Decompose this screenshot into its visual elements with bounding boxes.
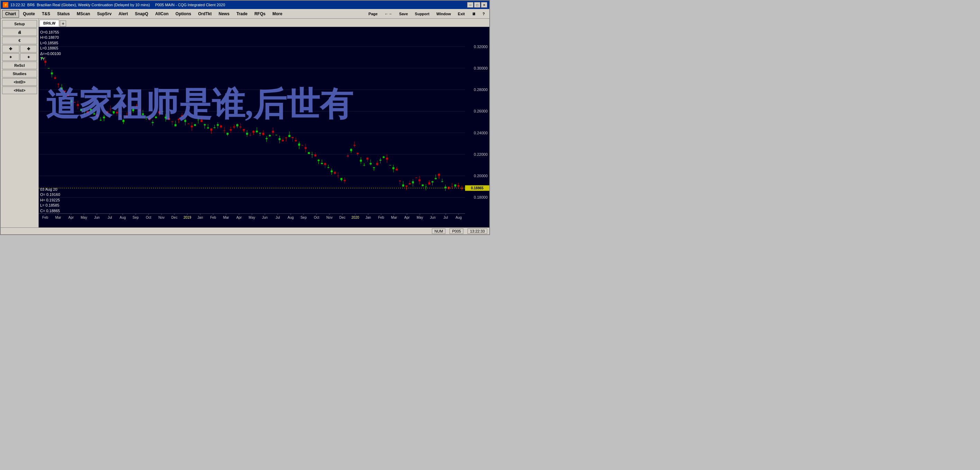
tab-label: BR6,W xyxy=(43,21,56,25)
tool4-button[interactable]: ✦ xyxy=(20,53,37,61)
close-button[interactable]: ✕ xyxy=(481,2,487,8)
time-indicator: 13:22:33 xyxy=(468,228,487,234)
title-bar: ⚡ 13:22:32 BR6 Brazilian Real (Globex), … xyxy=(1,1,489,9)
menu-options[interactable]: Options xyxy=(172,10,194,18)
chart-area: BR6,W + O=0.18755 H=0.18870 L=0.18585 L=… xyxy=(39,19,489,227)
menu-save[interactable]: Save xyxy=(396,10,411,18)
menu-chart[interactable]: Chart xyxy=(2,10,19,18)
menu-bar: Chart Quote T&S Status MScan SupSrv Aler… xyxy=(1,9,489,19)
title-account: P005 MAIN - CQG Integrated Client 2020 xyxy=(155,3,225,7)
chart-container[interactable]: O=0.18755 H=0.18870 L=0.18585 L=0.18865 … xyxy=(39,27,489,227)
status-bar: NUM P005 13:22:33 xyxy=(1,227,489,234)
menu-more[interactable]: More xyxy=(269,10,285,18)
menu-mscan[interactable]: MScan xyxy=(74,10,94,18)
rescl-button[interactable]: ReScl xyxy=(2,62,37,69)
menu-rfqs[interactable]: RFQs xyxy=(251,10,269,18)
menu-supsrv[interactable]: SupSrv xyxy=(94,10,115,18)
menu-right: Page ←→ Save Support Window Exit 🖥 ? xyxy=(366,10,488,18)
menu-support[interactable]: Support xyxy=(412,10,433,18)
title-symbol: BR6 xyxy=(27,3,35,7)
print-button[interactable]: 🖨 xyxy=(2,29,37,36)
maximize-button[interactable]: □ xyxy=(474,2,480,8)
main-content: Setup 🖨 € ✤ ✤ ✦ ✦ ReScl Studies <IntD> <… xyxy=(1,19,489,227)
menu-help[interactable]: ? xyxy=(479,10,488,18)
menu-news[interactable]: News xyxy=(216,10,232,18)
sidebar-icon-row2: € xyxy=(2,37,37,44)
app-icon: ⚡ xyxy=(3,2,8,8)
tool2-button[interactable]: ✤ xyxy=(20,45,37,53)
tool1-button[interactable]: ✤ xyxy=(2,45,19,53)
title-description: Brazilian Real (Globex), Weekly Continua… xyxy=(37,3,150,7)
window-controls: ─ □ ✕ xyxy=(467,2,487,8)
minimize-button[interactable]: ─ xyxy=(467,2,473,8)
setup-button[interactable]: Setup xyxy=(2,20,37,28)
sidebar-icon-row3: ✤ ✤ xyxy=(2,45,37,53)
menu-alert[interactable]: Alert xyxy=(115,10,131,18)
menu-snapq[interactable]: SnapQ xyxy=(132,10,151,18)
title-time: 13:22:32 xyxy=(10,3,25,7)
menu-nav[interactable]: ←→ xyxy=(381,10,395,18)
menu-exit[interactable]: Exit xyxy=(455,10,468,18)
add-tab-button[interactable]: + xyxy=(60,21,66,27)
tab-bar: BR6,W + xyxy=(39,19,489,27)
main-window: ⚡ 13:22:32 BR6 Brazilian Real (Globex), … xyxy=(0,0,490,235)
menu-window[interactable]: Window xyxy=(433,10,454,18)
intd-button[interactable]: <IntD> xyxy=(2,78,37,86)
account-indicator: P005 xyxy=(450,228,463,234)
hist-button[interactable]: <Hist> xyxy=(2,86,37,94)
sidebar-icon-row1: 🖨 xyxy=(2,29,37,36)
menu-ts[interactable]: T&S xyxy=(39,10,53,18)
menu-status[interactable]: Status xyxy=(54,10,73,18)
edit-button[interactable]: € xyxy=(2,37,37,44)
sidebar-icon-row4: ✦ ✦ xyxy=(2,53,37,61)
price-chart xyxy=(39,27,489,227)
menu-quote[interactable]: Quote xyxy=(20,10,38,18)
title-bar-left: ⚡ 13:22:32 BR6 Brazilian Real (Globex), … xyxy=(3,2,225,8)
menu-allcon[interactable]: AllCon xyxy=(152,10,172,18)
chart-tab[interactable]: BR6,W xyxy=(40,20,59,27)
menu-monitor[interactable]: 🖥 xyxy=(469,10,479,18)
menu-page[interactable]: Page xyxy=(366,10,381,18)
studies-button[interactable]: Studies xyxy=(2,70,37,78)
num-indicator: NUM xyxy=(432,228,445,234)
menu-trade[interactable]: Trade xyxy=(233,10,251,18)
menu-ordtkt[interactable]: OrdTkt xyxy=(195,10,215,18)
sidebar: Setup 🖨 € ✤ ✤ ✦ ✦ ReScl Studies <IntD> <… xyxy=(1,19,39,227)
tool3-button[interactable]: ✦ xyxy=(2,53,19,61)
